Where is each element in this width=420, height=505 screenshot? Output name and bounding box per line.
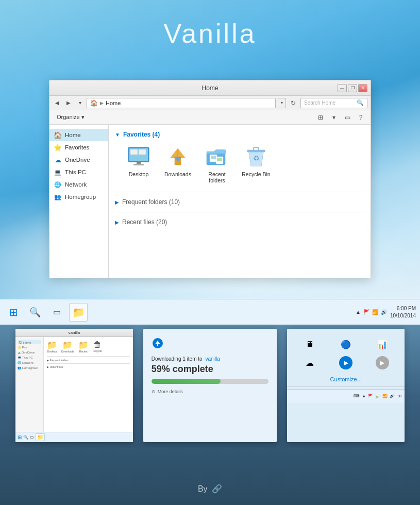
sidebar-item-onedrive-label: OneDrive	[65, 157, 90, 163]
address-dropdown[interactable]: ▾	[278, 98, 286, 108]
sidebar-item-home[interactable]: 🏠 Home	[49, 129, 108, 141]
sidebar: 🏠 Home ⭐ Favorites ☁ OneDrive 💻 This PC …	[49, 125, 109, 278]
task-view-icon: ▭	[53, 307, 61, 317]
recent-folders-item[interactable]: Recent folders	[201, 144, 232, 183]
minimize-button[interactable]: —	[338, 84, 347, 92]
sidebar-item-favorites-label: Favorites	[65, 144, 89, 150]
path-text: Home	[106, 100, 121, 106]
sidebar-item-thispc[interactable]: 💻 This PC	[49, 166, 108, 178]
thumb2-percent: 59% complete	[152, 364, 269, 375]
thumb3-customize-link[interactable]: Customize...	[287, 374, 405, 384]
sidebar-item-network-label: Network	[65, 181, 87, 188]
homegroup-icon: 👥	[54, 193, 62, 201]
tray-popup-icon-6: ▶	[376, 356, 389, 369]
favorites-header[interactable]: ▼ Favorites (4)	[115, 131, 364, 138]
taskbar-right: ▲ 🚩 📶 🔊 6:00 PM 10/10/2014	[356, 305, 416, 319]
by-label: By	[198, 484, 208, 493]
forward-button[interactable]: ▶	[64, 98, 73, 108]
file-explorer-button[interactable]: 📁	[69, 303, 88, 322]
sidebar-item-favorites[interactable]: ⭐ Favorites	[49, 141, 108, 154]
maximize-button[interactable]: ❐	[348, 84, 357, 92]
svg-rect-16	[247, 150, 265, 152]
back-button[interactable]: ◀	[53, 98, 62, 108]
toolbar: Organize ▾ ⊞ ▾ ▭ ?	[49, 110, 371, 125]
page-title: Vanilla	[0, 18, 420, 49]
tray-flag-icon: 🚩	[363, 309, 369, 315]
thumb2-line1: Downloading 1 item to vanilla	[152, 356, 269, 362]
t3-wifi-icon: 📶	[382, 394, 388, 398]
t3-kb-icon: ⌨	[354, 394, 360, 398]
search-box[interactable]: Search Home 🔍	[300, 98, 367, 108]
sidebar-item-home-label: Home	[65, 132, 81, 138]
thumb2-more-details[interactable]: ⊙ More details	[152, 389, 269, 394]
svg-text:♻: ♻	[253, 154, 260, 162]
sidebar-item-onedrive[interactable]: ☁ OneDrive	[49, 154, 108, 166]
favorites-arrow: ▼	[115, 132, 120, 138]
favorites-icon: ⭐	[54, 143, 62, 152]
downloads-item[interactable]: Downloads	[162, 144, 193, 183]
svg-rect-2	[130, 149, 138, 155]
task-view-button[interactable]: ▭	[47, 303, 66, 322]
more-details-label: More details	[158, 389, 183, 394]
window-controls: — ❐ ✕	[338, 84, 367, 92]
window-title: Home	[201, 85, 218, 92]
recent-folders-label: Recent folders	[201, 171, 232, 183]
recent-files-section[interactable]: ▶ Recent files (20)	[115, 216, 364, 228]
sidebar-item-homegroup[interactable]: 👥 Homegroup	[49, 191, 108, 203]
search-icon: 🔍	[29, 307, 41, 318]
thumb3-icons: 🖥 🔵 📊 ☁ ▶ ▶	[287, 329, 405, 374]
clock-date: 10/10/2014	[390, 312, 416, 319]
thumb1-title: vanilla	[68, 330, 80, 335]
home-icon: 🏠	[90, 99, 98, 107]
details-pane-button[interactable]: ▭	[342, 112, 353, 123]
progress-track	[152, 379, 269, 384]
desktop-icon	[126, 144, 151, 169]
frequent-folders-section[interactable]: ▶ Frequent folders (10)	[115, 196, 364, 208]
system-clock[interactable]: 6:00 PM 10/10/2014	[390, 305, 416, 319]
thumb2-download-icon	[152, 337, 269, 352]
desktop-item[interactable]: Desktop	[123, 144, 154, 183]
toolbar-right: ⊞ ▾ ▭ ?	[315, 112, 366, 123]
recent-arrow: ▶	[115, 220, 119, 225]
main-content: ▼ Favorites (4)	[109, 125, 371, 278]
signature-link-icon: 🔗	[212, 484, 222, 493]
up-button[interactable]: ▾	[75, 98, 85, 108]
thumb1-main: 📁 Desktop 📁 Downloads 📁 Recent 🗑 Recycle	[44, 337, 133, 442]
search-button[interactable]: 🔍	[26, 303, 44, 322]
refresh-button[interactable]: ↻	[288, 98, 298, 108]
explorer-window: Home — ❐ ✕ ◀ ▶ ▾ 🏠 ▶ Home ▾ ↻ Search Hom…	[49, 80, 371, 278]
view-dropdown-button[interactable]: ▾	[328, 112, 340, 123]
close-button[interactable]: ✕	[358, 84, 367, 92]
file-explorer-icon: 📁	[72, 306, 85, 318]
t1-row2: ⭐ Fav	[18, 345, 41, 349]
thumb1-body: 🏠 Home ⭐ Fav ☁ OneDrive 💻 This PC 🌐 Netw…	[15, 337, 133, 442]
frequent-arrow: ▶	[115, 199, 119, 205]
recent-folders-icon	[205, 144, 229, 169]
view-grid-button[interactable]: ⊞	[315, 112, 326, 123]
downloads-label: Downloads	[164, 171, 191, 177]
search-placeholder: Search Home	[304, 100, 357, 106]
sidebar-item-network[interactable]: 🌐 Network	[49, 178, 108, 191]
organize-button[interactable]: Organize ▾	[54, 113, 88, 122]
thumb1-taskbar: ⊞ 🔍 ▭ 📁	[15, 432, 133, 442]
title-bar: Home — ❐ ✕	[49, 80, 371, 96]
t1-row5: 🌐 Network	[18, 361, 41, 365]
t1-row4: 💻 This PC	[18, 356, 41, 360]
sidebar-item-homegroup-label: Homegroup	[65, 194, 96, 200]
thumbnail-explorer: vanilla 🏠 Home ⭐ Fav ☁ OneDrive 💻 This P…	[15, 329, 133, 442]
svg-rect-15	[217, 158, 222, 161]
tray-arrow-icon[interactable]: ▲	[356, 309, 361, 315]
recycle-bin-item[interactable]: ♻ Recycle Bin	[241, 144, 272, 183]
t3-num: 10	[397, 394, 401, 398]
address-path[interactable]: 🏠 ▶ Home	[87, 98, 276, 108]
organize-label: Organize	[57, 114, 80, 120]
tray-volume-icon[interactable]: 🔊	[381, 309, 387, 315]
thispc-icon: 💻	[54, 168, 62, 176]
thumb1-titlebar: vanilla	[15, 329, 133, 337]
more-details-icon: ⊙	[152, 389, 156, 394]
tray-popup-icon-5: ▶	[339, 356, 352, 369]
thumb1-sidebar: 🏠 Home ⭐ Fav ☁ OneDrive 💻 This PC 🌐 Netw…	[15, 337, 44, 442]
start-button[interactable]: ⊞	[4, 303, 23, 322]
help-button[interactable]: ?	[355, 112, 366, 123]
sidebar-item-thispc-label: This PC	[65, 169, 86, 175]
